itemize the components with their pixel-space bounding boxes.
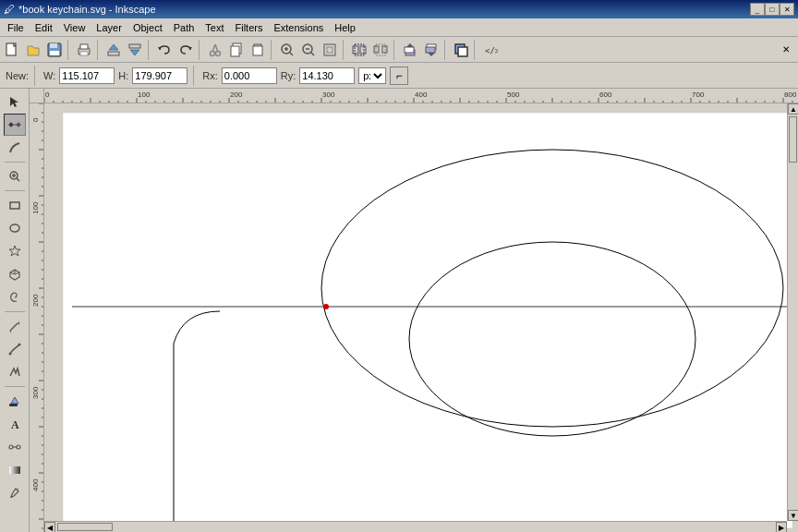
- export-button[interactable]: [125, 40, 145, 60]
- dropper-tool[interactable]: [4, 482, 26, 504]
- unit-select[interactable]: px mm in: [358, 67, 386, 84]
- xml-editor-button[interactable]: </>: [480, 40, 501, 60]
- svg-point-54: [10, 224, 19, 232]
- rx-input[interactable]: [222, 67, 277, 84]
- svg-line-59: [10, 323, 18, 331]
- menu-edit[interactable]: Edit: [30, 20, 58, 35]
- cut-button[interactable]: [205, 40, 225, 60]
- save-button[interactable]: [44, 40, 65, 60]
- sep7: [393, 40, 397, 60]
- menu-object[interactable]: Object: [127, 20, 168, 35]
- tool-sep3: [5, 311, 25, 312]
- svg-point-76: [323, 304, 329, 309]
- copy-button[interactable]: [226, 40, 247, 60]
- spiral-tool[interactable]: [4, 286, 26, 308]
- svg-rect-3: [50, 51, 59, 55]
- menu-view[interactable]: View: [58, 20, 91, 35]
- undo-button[interactable]: [154, 40, 175, 60]
- svg-point-13: [211, 51, 215, 55]
- star-tool[interactable]: [4, 240, 26, 262]
- tool-options-bar: New: W: H: Rx: Ry: px mm in ⌐: [0, 63, 798, 89]
- lower-button[interactable]: [421, 40, 441, 60]
- sep9: [474, 40, 478, 60]
- new-button[interactable]: [2, 40, 22, 60]
- svg-rect-43: [458, 47, 467, 56]
- gradient-tool[interactable]: [4, 459, 26, 481]
- menu-help[interactable]: Help: [329, 20, 361, 35]
- open-button[interactable]: [23, 40, 43, 60]
- zoom-in-button[interactable]: [277, 40, 297, 60]
- pen-tool[interactable]: [4, 338, 26, 360]
- menu-filters[interactable]: Filters: [230, 20, 269, 35]
- maximize-button[interactable]: □: [765, 3, 780, 16]
- width-input[interactable]: [59, 67, 115, 84]
- import-button[interactable]: [103, 40, 124, 60]
- svg-line-50: [17, 178, 19, 181]
- select-tool[interactable]: [4, 91, 26, 113]
- sep8: [444, 40, 448, 60]
- connector-tool[interactable]: [4, 436, 26, 458]
- ellipse-tool[interactable]: [4, 217, 26, 239]
- svg-rect-30: [353, 46, 358, 54]
- svg-rect-2: [50, 43, 57, 48]
- print-button[interactable]: [74, 40, 94, 60]
- close-button[interactable]: ✕: [780, 3, 794, 16]
- svg-rect-6: [80, 52, 88, 55]
- drawing-canvas[interactable]: ◀ ▶ ▲ ▼: [44, 103, 798, 532]
- group-button[interactable]: [349, 40, 369, 60]
- minimize-button[interactable]: _: [750, 3, 765, 16]
- sep6: [343, 40, 346, 60]
- svg-line-27: [311, 53, 314, 55]
- height-input[interactable]: [132, 67, 187, 84]
- pencil-tool[interactable]: [4, 315, 26, 337]
- menu-text[interactable]: Text: [200, 20, 229, 35]
- fill-stroke-button[interactable]: [451, 40, 471, 60]
- menu-layer[interactable]: Layer: [91, 20, 127, 35]
- svg-rect-37: [405, 47, 414, 53]
- rect-tool[interactable]: [4, 194, 26, 216]
- svg-point-66: [9, 445, 13, 449]
- calligraphy-tool[interactable]: [4, 361, 26, 383]
- 3dbox-tool[interactable]: [4, 263, 26, 285]
- ungroup-button[interactable]: [370, 40, 391, 60]
- svg-line-16: [215, 44, 218, 52]
- svg-rect-72: [63, 113, 792, 528]
- redo-button[interactable]: [175, 40, 196, 60]
- node-tool[interactable]: [4, 114, 26, 136]
- menu-bar: File Edit View Layer Object Path Text Fi…: [0, 18, 798, 37]
- svg-rect-7: [108, 52, 119, 55]
- paste-button[interactable]: [248, 40, 268, 60]
- horizontal-scrollbar[interactable]: ◀ ▶: [44, 521, 787, 532]
- corner-icon[interactable]: ⌐: [390, 66, 408, 85]
- toolbar-close-button[interactable]: ✕: [776, 40, 796, 60]
- vertical-scrollbar[interactable]: ▲ ▼: [787, 103, 798, 521]
- text-tool[interactable]: A: [4, 413, 26, 435]
- zoom-out-button[interactable]: [298, 40, 319, 60]
- svg-marker-38: [406, 43, 414, 47]
- svg-marker-12: [188, 47, 192, 50]
- svg-line-61: [10, 331, 11, 332]
- svg-line-70: [17, 489, 18, 490]
- svg-drawing: [44, 103, 798, 532]
- menu-extensions[interactable]: Extensions: [268, 20, 329, 35]
- svg-rect-69: [9, 466, 20, 474]
- ry-input[interactable]: [299, 67, 355, 84]
- tool-sep1: [5, 162, 25, 163]
- svg-marker-45: [10, 97, 18, 107]
- svg-rect-18: [231, 46, 239, 56]
- paint-bucket-tool[interactable]: [4, 390, 26, 412]
- menu-path[interactable]: Path: [168, 20, 200, 35]
- tweak-tool[interactable]: [4, 137, 26, 159]
- svg-line-58: [15, 272, 19, 274]
- svg-point-14: [216, 51, 221, 55]
- raise-button[interactable]: [400, 40, 420, 60]
- canvas-area: ◀ ▶ ▲ ▼: [30, 89, 798, 532]
- zoom-fit-button[interactable]: [320, 40, 340, 60]
- svg-rect-20: [253, 46, 262, 55]
- menu-file[interactable]: File: [2, 20, 30, 35]
- sep-opts: [34, 66, 38, 86]
- svg-rect-64: [9, 404, 18, 406]
- svg-point-62: [8, 353, 11, 356]
- zoom-tool[interactable]: [4, 165, 26, 187]
- svg-line-57: [10, 272, 15, 274]
